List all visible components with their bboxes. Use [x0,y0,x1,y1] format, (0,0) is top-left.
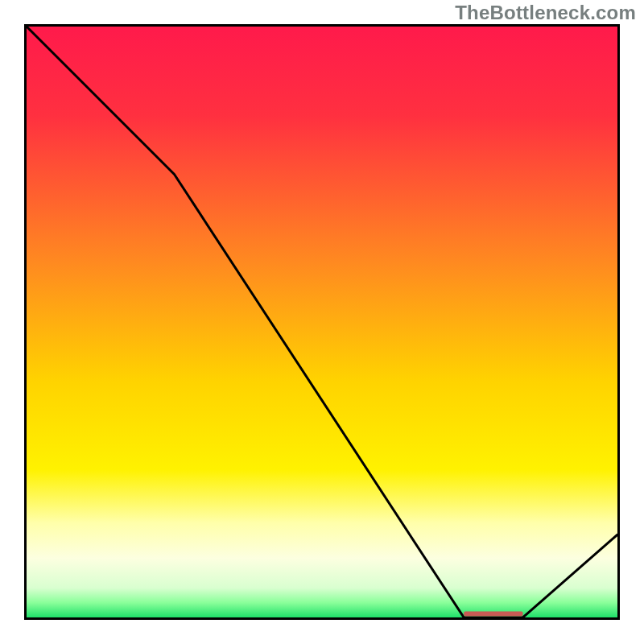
flat-segment-marker [464,612,522,617]
plot-area [24,24,620,620]
chart-container: TheBottleneck.com [0,0,644,644]
chart-svg [27,27,617,617]
watermark-text: TheBottleneck.com [455,2,636,24]
